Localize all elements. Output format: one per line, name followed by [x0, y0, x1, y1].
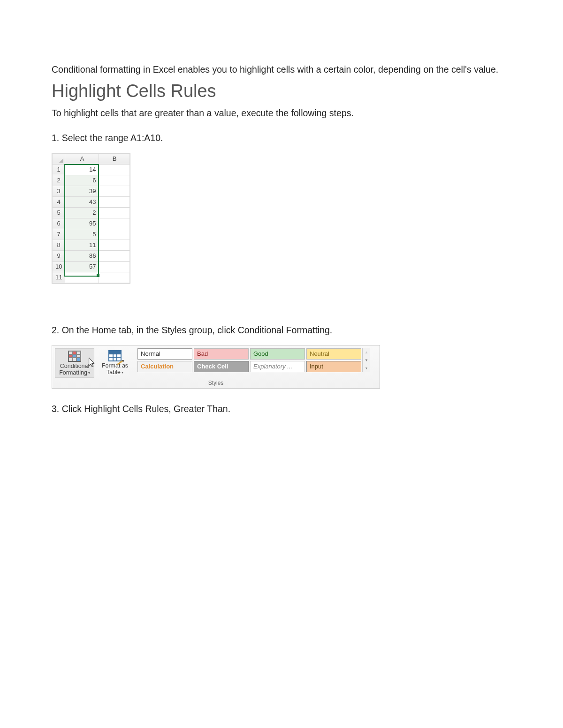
cell-b3[interactable]	[99, 186, 130, 196]
cell-a11[interactable]	[65, 272, 99, 283]
cell-a8[interactable]: 11	[65, 240, 99, 250]
step-2-text: 2. On the Home tab, in the Styles group,…	[52, 322, 516, 338]
step-3-text: 3. Click Highlight Cells Rules, Greater …	[52, 401, 516, 417]
row-header[interactable]: 11	[53, 272, 65, 283]
select-all-corner[interactable]	[53, 153, 65, 164]
cell-a4[interactable]: 43	[65, 196, 99, 207]
cell-b7[interactable]	[99, 229, 130, 240]
row-header[interactable]: 5	[53, 207, 65, 218]
row-header[interactable]: 8	[53, 240, 65, 250]
cell-style-good[interactable]: Good	[250, 348, 305, 360]
cell-a2[interactable]: 6	[65, 175, 99, 186]
row-header[interactable]: 2	[53, 175, 65, 186]
cell-style-neutral[interactable]: Neutral	[306, 348, 361, 360]
conditional-formatting-label-2: Formatting	[59, 369, 87, 376]
cell-a6[interactable]: 95	[65, 218, 99, 229]
section-heading: Highlight Cells Rules	[52, 81, 516, 101]
conditional-formatting-label-1: Conditional	[60, 363, 90, 369]
format-as-table-icon	[108, 350, 122, 361]
cell-a7[interactable]: 5	[65, 229, 99, 240]
cell-a9[interactable]: 86	[65, 250, 99, 261]
gallery-scroll-up-button[interactable]: ▲	[363, 348, 370, 356]
ribbon-group-label: Styles	[55, 378, 377, 387]
cell-style-normal[interactable]: Normal	[137, 348, 192, 360]
dropdown-icon: ▾	[88, 371, 90, 375]
section-subintro: To highlight cells that are greater than…	[52, 105, 516, 121]
cell-b6[interactable]	[99, 218, 130, 229]
row-header[interactable]: 10	[53, 261, 65, 272]
row-header[interactable]: 3	[53, 186, 65, 196]
ribbon-styles-group: Conditional Formatting▾ Format as	[52, 345, 380, 389]
format-as-table-label-2: Table	[107, 369, 121, 375]
gallery-expand-button[interactable]: ▾	[363, 364, 370, 372]
cell-style-explanatory[interactable]: Explanatory ...	[250, 361, 305, 372]
spreadsheet-sample: A B 114 26 339 443 52 695 75 811 986 105…	[52, 153, 130, 285]
row-header[interactable]: 1	[53, 164, 65, 175]
row-header[interactable]: 4	[53, 196, 65, 207]
column-header-b[interactable]: B	[99, 153, 130, 164]
cell-styles-gallery: Normal Bad Good Neutral Calculation Chec…	[137, 348, 361, 372]
dropdown-icon: ▾	[122, 370, 123, 375]
cell-a10[interactable]: 57	[65, 261, 99, 272]
cell-style-bad[interactable]: Bad	[194, 348, 249, 360]
column-header-a[interactable]: A	[65, 153, 99, 164]
cell-b8[interactable]	[99, 240, 130, 250]
cell-b10[interactable]	[99, 261, 130, 272]
gallery-scroll: ▲ ▼ ▾	[362, 348, 370, 372]
row-header[interactable]: 9	[53, 250, 65, 261]
cell-b9[interactable]	[99, 250, 130, 261]
cell-a3[interactable]: 39	[65, 186, 99, 196]
format-as-table-button[interactable]: Format as Table▾	[94, 348, 136, 377]
gallery-scroll-down-button[interactable]: ▼	[363, 356, 370, 364]
cell-b2[interactable]	[99, 175, 130, 186]
conditional-formatting-button[interactable]: Conditional Formatting▾	[55, 348, 94, 378]
row-header[interactable]: 6	[53, 218, 65, 229]
cell-b4[interactable]	[99, 196, 130, 207]
conditional-formatting-icon	[68, 351, 81, 362]
intro-text: Conditional formatting in Excel enables …	[52, 61, 516, 78]
row-header[interactable]: 7	[53, 229, 65, 240]
step-1-text: 1. Select the range A1:A10.	[52, 130, 516, 146]
cell-b11[interactable]	[99, 272, 130, 283]
cell-b1[interactable]	[99, 164, 130, 175]
cell-b5[interactable]	[99, 207, 130, 218]
format-as-table-label-1: Format as	[102, 362, 128, 369]
cell-style-input[interactable]: Input	[306, 361, 361, 372]
cell-style-calculation[interactable]: Calculation	[137, 361, 192, 372]
cell-a1[interactable]: 14	[65, 164, 99, 175]
cell-a5[interactable]: 2	[65, 207, 99, 218]
cell-style-check-cell[interactable]: Check Cell	[194, 361, 249, 372]
